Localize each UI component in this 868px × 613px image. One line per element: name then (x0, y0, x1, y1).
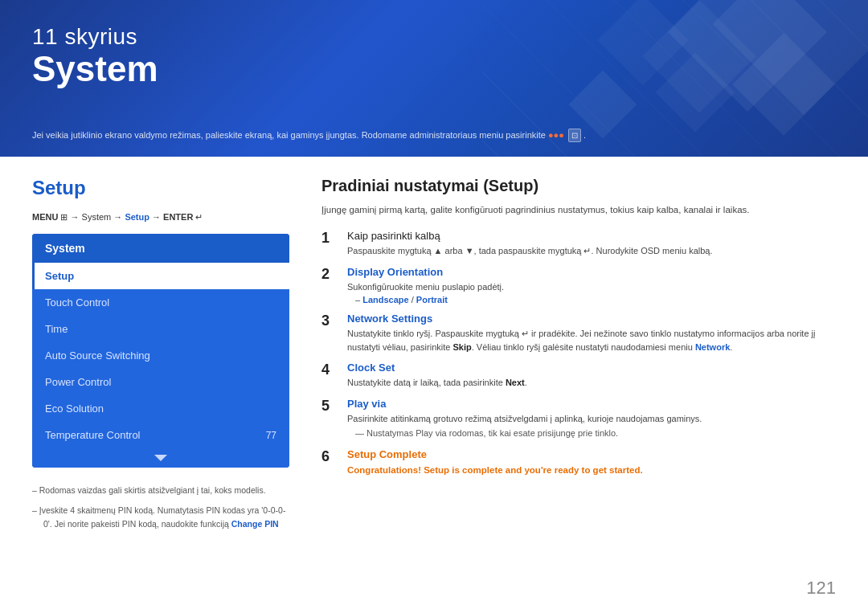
main-title: System (32, 50, 158, 88)
step-1-label: Kaip pasirinkti kalbą (347, 230, 836, 242)
step-5-label: Play via (347, 398, 836, 410)
step-6: 6 Setup Complete Congratulations! Setup … (321, 448, 836, 477)
right-title: Pradiniai nustatymai (Setup) (321, 177, 836, 195)
menu-item-4[interactable]: Power Control (32, 369, 289, 395)
system-menu: System SetupTouch ControlTimeAuto Source… (32, 234, 289, 468)
step-1: 1 Kaip pasirinkti kalbą Paspauskite mygt… (321, 230, 836, 258)
menu-item-label-3: Auto Source Switching (45, 349, 150, 362)
step-2-label: Display Orientation (347, 266, 836, 278)
step-2-content: Display Orientation Sukonfigūruokite men… (347, 266, 836, 305)
step-3-content: Network Settings Nustatykite tinklo ryšį… (347, 313, 836, 353)
step-3-label: Network Settings (347, 313, 836, 325)
page-number: 121 (806, 578, 836, 599)
main-content: Setup MENU ⊞ → System → Setup → ENTER ↵ … (0, 157, 868, 613)
menu-scroll-down[interactable] (32, 448, 289, 468)
menu-item-2[interactable]: Time (32, 316, 289, 342)
step-4-desc: Nustatykite datą ir laiką, tada pasirink… (347, 376, 836, 390)
icon-box: ⊡ (568, 129, 581, 142)
step-5-number: 5 (321, 398, 338, 415)
step-6-content: Setup Complete Congratulations! Setup is… (347, 448, 836, 477)
step-3-number: 3 (321, 313, 338, 330)
system-path: System (82, 212, 112, 222)
step-2-desc: Sukonfigūruokite meniu puslapio padėtį. (347, 280, 836, 294)
header-subtitle: Jei veikia jutiklinio ekrano valdymo rež… (32, 129, 836, 142)
menu-label: MENU (32, 212, 60, 222)
header-title: 11 skyrius System (32, 24, 158, 88)
header-background: 11 skyrius System Jei veikia jutiklinio … (0, 0, 868, 157)
section-title: Setup (32, 177, 289, 199)
footnote-1: – Rodomas vaizdas gali skirtis atsižvelg… (32, 484, 289, 497)
menu-item-label-2: Time (45, 323, 68, 335)
change-pin-link[interactable]: Change PIN (231, 519, 279, 529)
steps-list: 1 Kaip pasirinkti kalbą Paspauskite mygt… (321, 230, 836, 477)
step-2: 2 Display Orientation Sukonfigūruokite m… (321, 266, 836, 305)
step-3-desc: Nustatykite tinklo ryšį. Paspauskite myg… (347, 327, 836, 353)
chapter-label: 11 skyrius (32, 24, 158, 50)
enter-label: ENTER (163, 212, 195, 222)
step-4-content: Clock Set Nustatykite datą ir laiką, tad… (347, 362, 836, 390)
step-5-sub: Nustatymas Play via rodomas, tik kai esa… (347, 427, 836, 440)
menu-item-1[interactable]: Touch Control (32, 289, 289, 316)
footnote-2: – Įveskite 4 skaitmenų PIN kodą. Numatyt… (32, 504, 289, 531)
menu-item-label-5: Eco Solution (45, 403, 104, 415)
step-2-number: 2 (321, 266, 338, 284)
step-4: 4 Clock Set Nustatykite datą ir laiką, t… (321, 362, 836, 390)
step-6-number: 6 (321, 448, 338, 466)
menu-item-label-1: Touch Control (45, 296, 109, 309)
subtitle-end: . (583, 130, 586, 140)
menu-item-0[interactable]: Setup (32, 263, 289, 289)
menu-path: MENU ⊞ → System → Setup → ENTER ↵ (32, 212, 289, 223)
menu-item-6[interactable]: Temperature Control77 (32, 422, 289, 448)
step-1-desc: Paspauskite mygtuką ▲ arba ▼, tada paspa… (347, 244, 836, 258)
step-5: 5 Play via Pasirinkite atitinkamą grotuv… (321, 398, 836, 440)
menu-item-label-0: Setup (45, 270, 74, 282)
congratulations-text: Congratulations! Setup is complete and y… (347, 464, 836, 477)
footnotes: – Rodomas vaizdas gali skirtis atsižvelg… (32, 484, 289, 530)
menu-item-label-4: Power Control (45, 376, 111, 388)
left-panel: Setup MENU ⊞ → System → Setup → ENTER ↵ … (32, 177, 289, 597)
menu-items-list: SetupTouch ControlTimeAuto Source Switch… (32, 263, 289, 448)
menu-item-5[interactable]: Eco Solution (32, 395, 289, 422)
step-3: 3 Network Settings Nustatykite tinklo ry… (321, 313, 836, 353)
step-1-content: Kaip pasirinkti kalbą Paspauskite mygtuk… (347, 230, 836, 258)
setup-path: Setup (125, 212, 149, 222)
menu-item-number-6: 77 (266, 430, 276, 441)
system-menu-header: System (32, 234, 289, 263)
step-4-label: Clock Set (347, 362, 836, 374)
step-2-options: Landscape / Portrait (347, 295, 836, 304)
menu-item-label-6: Temperature Control (45, 429, 141, 441)
chevron-down-icon (154, 455, 167, 461)
step-5-content: Play via Pasirinkite atitinkamą grotuvo … (347, 398, 836, 440)
intro-text: Įjungę gaminį pirmą kartą, galite konfig… (321, 203, 836, 217)
right-panel: Pradiniai nustatymai (Setup) Įjungę gami… (321, 177, 836, 597)
step-1-number: 1 (321, 230, 338, 247)
subtitle-text: Jei veikia jutiklinio ekrano valdymo rež… (32, 130, 546, 140)
subtitle-highlight: ●●● (548, 130, 564, 140)
step-5-desc: Pasirinkite atitinkamą grotuvo režimą at… (347, 412, 836, 426)
menu-item-3[interactable]: Auto Source Switching (32, 342, 289, 369)
step-6-label: Setup Complete (347, 448, 836, 460)
step-4-number: 4 (321, 362, 338, 379)
